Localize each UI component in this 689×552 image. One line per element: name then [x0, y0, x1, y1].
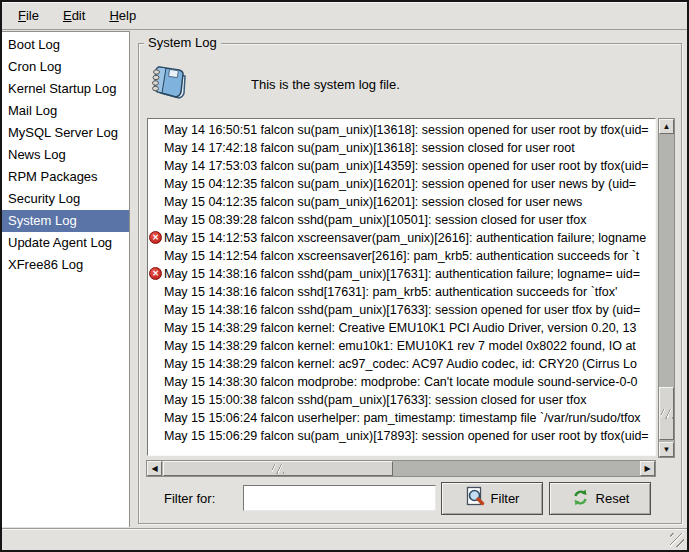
- sidebar-item-cron-log[interactable]: Cron Log: [2, 56, 129, 78]
- log-viewer-window: File Edit Help Boot Log Cron Log Kernel …: [0, 0, 689, 552]
- filter-button-label: Filter: [491, 491, 520, 506]
- log-row[interactable]: May 15 14:38:16 falcon sshd[17631]: pam_…: [148, 283, 655, 301]
- sidebar-item-rpm-packages[interactable]: RPM Packages: [2, 166, 129, 188]
- reset-refresh-icon: [571, 488, 590, 510]
- down-arrow-icon: ▼: [663, 445, 671, 454]
- scroll-right-button[interactable]: ▶: [640, 461, 655, 476]
- scroll-left-button[interactable]: ◀: [147, 461, 162, 476]
- log-row[interactable]: May 15 14:38:29 falcon kernel: ac97_code…: [148, 355, 655, 373]
- log-row[interactable]: May 15 14:38:29 falcon kernel: Creative …: [148, 319, 655, 337]
- log-row[interactable]: May 14 17:53:03 falcon su(pam_unix)[1435…: [148, 157, 655, 175]
- reset-button[interactable]: Reset: [549, 482, 651, 515]
- sidebar-item-xfree86-log[interactable]: XFree86 Log: [2, 254, 129, 276]
- log-row-error[interactable]: ✕May 15 14:12:53 falcon xscreensaver(pam…: [148, 229, 655, 247]
- log-row[interactable]: May 15 14:12:54 falcon xscreensaver[2616…: [148, 247, 655, 265]
- sidebar-item-kernel-startup-log[interactable]: Kernel Startup Log: [2, 78, 129, 100]
- sidebar-item-news-log[interactable]: News Log: [2, 144, 129, 166]
- error-icon: ✕: [149, 267, 162, 280]
- log-row[interactable]: May 15 14:38:30 falcon modprobe: modprob…: [148, 373, 655, 391]
- status-bar: [2, 528, 687, 550]
- sidebar-item-mysql-server-log[interactable]: MySQL Server Log: [2, 122, 129, 144]
- frame-title: System Log: [144, 35, 221, 50]
- vertical-scrollbar[interactable]: ▲ ▼: [658, 118, 675, 458]
- filter-button[interactable]: Filter: [441, 482, 543, 515]
- log-row[interactable]: May 15 08:39:28 falcon sshd(pam_unix)[10…: [148, 211, 655, 229]
- up-arrow-icon: ▲: [663, 122, 671, 131]
- sidebar-item-update-agent-log[interactable]: Update Agent Log: [2, 232, 129, 254]
- horizontal-scrollbar-thumb[interactable]: [163, 461, 393, 476]
- sidebar-item-mail-log[interactable]: Mail Log: [2, 100, 129, 122]
- resize-grip-icon[interactable]: [670, 533, 684, 547]
- sidebar-item-boot-log[interactable]: Boot Log: [2, 34, 129, 56]
- log-row-text: May 15 14:12:53 falcon xscreensaver(pam_…: [164, 231, 646, 245]
- scrollbar-grip: [661, 409, 673, 419]
- horizontal-scrollbar[interactable]: ◀ ▶: [146, 460, 656, 477]
- scroll-up-button[interactable]: ▲: [659, 119, 674, 134]
- menu-file[interactable]: File: [6, 2, 51, 29]
- log-row[interactable]: May 14 16:50:51 falcon su(pam_unix)[1361…: [148, 121, 655, 139]
- log-row-error[interactable]: ✕May 15 14:38:16 falcon sshd(pam_unix)[1…: [148, 265, 655, 283]
- scroll-down-button[interactable]: ▼: [659, 442, 674, 457]
- error-icon: ✕: [149, 231, 162, 244]
- log-row[interactable]: May 15 15:00:38 falcon sshd(pam_unix)[17…: [148, 391, 655, 409]
- menu-help[interactable]: Help: [97, 2, 148, 29]
- right-arrow-icon: ▶: [644, 464, 650, 473]
- left-arrow-icon: ◀: [151, 464, 157, 473]
- log-book-icon: [149, 62, 193, 108]
- log-row-text: May 15 14:38:16 falcon sshd(pam_unix)[17…: [164, 267, 640, 281]
- sidebar-item-system-log[interactable]: System Log: [2, 210, 129, 232]
- log-row[interactable]: May 15 14:38:16 falcon sshd(pam_unix)[17…: [148, 301, 655, 319]
- log-row[interactable]: May 15 15:06:24 falcon userhelper: pam_t…: [148, 409, 655, 427]
- log-type-list: Boot Log Cron Log Kernel Startup Log Mai…: [2, 31, 130, 527]
- vertical-scrollbar-thumb[interactable]: [659, 387, 674, 440]
- filter-input[interactable]: [243, 485, 436, 511]
- menu-edit[interactable]: Edit: [51, 2, 97, 29]
- filter-label: Filter for:: [164, 491, 215, 506]
- log-row[interactable]: May 15 04:12:35 falcon su(pam_unix)[1620…: [148, 175, 655, 193]
- log-row[interactable]: May 15 15:06:29 falcon su(pam_unix)[1789…: [148, 427, 655, 445]
- log-lines-view[interactable]: May 14 16:50:51 falcon su(pam_unix)[1361…: [147, 118, 656, 456]
- sidebar-item-security-log[interactable]: Security Log: [2, 188, 129, 210]
- log-row[interactable]: May 15 04:12:35 falcon su(pam_unix)[1620…: [148, 193, 655, 211]
- filter-magnifier-icon: [465, 486, 485, 511]
- log-row[interactable]: May 15 14:38:29 falcon kernel: emu10k1: …: [148, 337, 655, 355]
- reset-button-label: Reset: [596, 491, 630, 506]
- scrollbar-grip: [272, 464, 284, 474]
- menu-bar: File Edit Help: [2, 2, 687, 30]
- log-description: This is the system log file.: [251, 77, 400, 92]
- system-log-frame: System Log This is the system log file. …: [138, 43, 682, 524]
- log-row[interactable]: May 14 17:42:18 falcon su(pam_unix)[1361…: [148, 139, 655, 157]
